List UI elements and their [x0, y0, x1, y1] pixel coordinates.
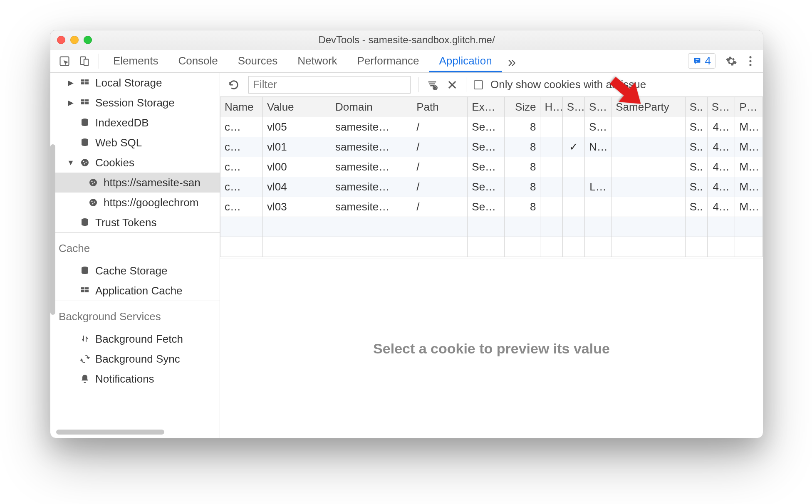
svg-point-21: [92, 181, 93, 182]
device-toggle-icon[interactable]: [76, 53, 93, 69]
tab-label: Application: [439, 54, 492, 67]
table-cell: [584, 157, 611, 177]
tab-application[interactable]: Application: [429, 49, 502, 72]
sidebar-item-cookies[interactable]: ▼ Cookies: [50, 153, 220, 173]
zoom-icon[interactable]: [84, 36, 92, 44]
tab-sources[interactable]: Sources: [228, 49, 287, 72]
svg-point-5: [749, 64, 751, 66]
tab-console[interactable]: Console: [168, 49, 228, 72]
table-cell: [611, 217, 685, 237]
grid-icon: [79, 77, 91, 89]
sidebar-item-cookie-origin[interactable]: https://googlechrom: [50, 193, 220, 212]
chevron-double-right-icon: »: [508, 54, 516, 70]
checkbox-label: Only show cookies with an issue: [490, 78, 646, 91]
svg-point-25: [92, 201, 93, 202]
column-header[interactable]: Path: [412, 97, 468, 117]
column-header[interactable]: S…: [584, 97, 611, 117]
devtools-window: DevTools - samesite-sandbox.glitch.me/ E…: [50, 30, 763, 438]
sidebar-item-indexeddb[interactable]: IndexedDB: [50, 113, 220, 133]
table-cell: [540, 217, 562, 237]
column-header[interactable]: SameParty: [611, 97, 685, 117]
table-row[interactable]: c…vl01samesite…/Se…8✓N…S..4…M…: [220, 137, 763, 157]
disclosure-triangle-icon: ▼: [67, 158, 74, 167]
svg-point-19: [84, 163, 85, 165]
tab-network[interactable]: Network: [287, 49, 347, 72]
sidebar-item-background-fetch[interactable]: Background Fetch: [50, 329, 220, 349]
table-cell: [584, 197, 611, 217]
table-cell: M…: [735, 197, 763, 217]
table-header-row: NameValueDomainPathEx…SizeH…S…S…SamePart…: [220, 97, 763, 117]
cookies-table[interactable]: NameValueDomainPathEx…SizeH…S…S…SamePart…: [220, 97, 763, 257]
kebab-menu-icon[interactable]: [742, 53, 759, 69]
column-header[interactable]: H…: [540, 97, 562, 117]
table-cell: [331, 217, 412, 237]
svg-point-17: [83, 161, 84, 162]
clear-all-icon[interactable]: [446, 79, 458, 91]
table-cell: M…: [735, 177, 763, 197]
table-cell: [611, 157, 685, 177]
sidebar-item-session-storage[interactable]: ▶ Session Storage: [50, 93, 220, 113]
table-cell: [611, 137, 685, 157]
more-tabs-icon[interactable]: »: [502, 49, 522, 72]
table-cell: c…: [220, 157, 263, 177]
table-cell: [611, 237, 685, 257]
svg-point-24: [89, 199, 97, 206]
sidebar-item-label: Local Storage: [95, 77, 162, 89]
svg-rect-30: [81, 287, 84, 289]
sidebar-item-label: Background Fetch: [95, 333, 183, 346]
table-row[interactable]: c…vl03samesite…/Se…8S..4…M…: [220, 197, 763, 217]
table-cell: [685, 217, 707, 237]
svg-rect-12: [81, 102, 84, 104]
tab-performance[interactable]: Performance: [347, 49, 429, 72]
column-header[interactable]: S…: [562, 97, 584, 117]
settings-icon[interactable]: [723, 53, 740, 69]
sidebar-item-notifications[interactable]: Notifications: [50, 369, 220, 389]
table-cell: vl03: [263, 197, 331, 217]
table-cell: 4…: [707, 117, 735, 137]
sidebar-item-application-cache[interactable]: Application Cache: [50, 281, 220, 301]
table-cell: Se…: [468, 137, 505, 157]
minimize-icon[interactable]: [70, 36, 79, 44]
table-row[interactable]: c…vl04samesite…/Se…8L…S..4…M…: [220, 177, 763, 197]
table-row[interactable]: c…vl00samesite…/Se…8S..4…M…: [220, 157, 763, 177]
column-header[interactable]: Name: [220, 97, 263, 117]
table-cell: [562, 237, 584, 257]
svg-rect-6: [81, 79, 84, 82]
table-row[interactable]: c…vl05samesite…/Se…8S…S..4…M…: [220, 117, 763, 137]
sidebar-item-cookie-origin[interactable]: https://samesite-san: [50, 173, 220, 193]
table-cell: vl04: [263, 177, 331, 197]
tab-elements[interactable]: Elements: [103, 49, 168, 72]
refresh-icon[interactable]: [227, 79, 241, 91]
table-cell: [468, 237, 505, 257]
table-cell: [220, 217, 263, 237]
inspect-icon[interactable]: [56, 53, 73, 69]
sidebar-item-cache-storage[interactable]: Cache Storage: [50, 261, 220, 281]
sidebar-item-local-storage[interactable]: ▶ Local Storage: [50, 73, 220, 93]
sidebar-item-label: https://samesite-san: [104, 176, 201, 189]
column-header[interactable]: Ex…: [468, 97, 505, 117]
table-cell: [412, 237, 468, 257]
table-cell: c…: [220, 177, 263, 197]
filter-input[interactable]: [248, 76, 411, 94]
svg-rect-2: [84, 59, 89, 65]
column-header[interactable]: Value: [263, 97, 331, 117]
clear-filtered-icon[interactable]: [426, 79, 438, 91]
sidebar-item-trust-tokens[interactable]: Trust Tokens: [50, 212, 220, 232]
disclosure-triangle-icon: ▶: [67, 78, 74, 87]
sidebar-scrollbar[interactable]: [50, 144, 55, 315]
table-cell: 8: [505, 197, 540, 217]
column-header[interactable]: S..: [685, 97, 707, 117]
column-header[interactable]: P…: [735, 97, 763, 117]
only-issue-checkbox[interactable]: [474, 80, 483, 89]
sidebar-item-websql[interactable]: Web SQL: [50, 133, 220, 153]
database-icon: [79, 264, 91, 277]
column-header[interactable]: Size: [505, 97, 540, 117]
sidebar-scrollbar-horizontal[interactable]: [56, 430, 164, 435]
column-header[interactable]: S…: [707, 97, 735, 117]
table-cell: Se…: [468, 177, 505, 197]
issues-badge[interactable]: 4: [688, 53, 715, 69]
svg-rect-11: [85, 99, 89, 101]
close-icon[interactable]: [57, 36, 65, 44]
column-header[interactable]: Domain: [331, 97, 412, 117]
sidebar-item-background-sync[interactable]: Background Sync: [50, 349, 220, 369]
